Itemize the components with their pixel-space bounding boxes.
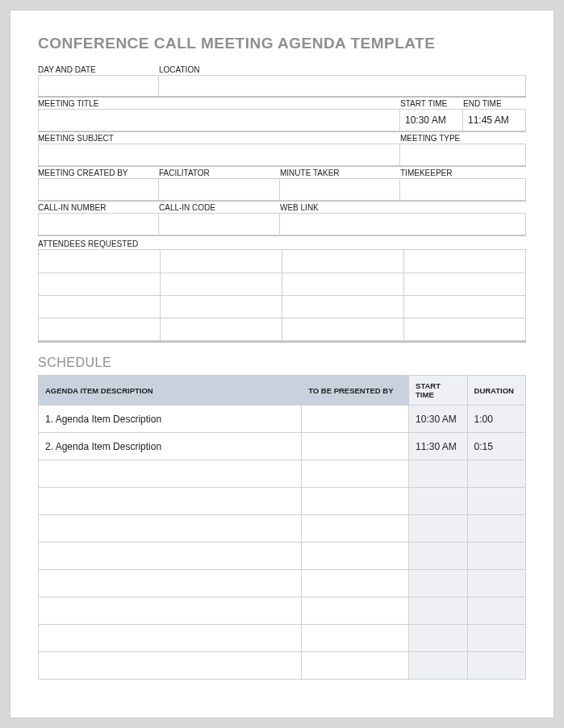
attendee-cell[interactable] [404, 250, 525, 272]
attendee-cell[interactable] [282, 318, 404, 340]
cell-presenter[interactable] [302, 488, 409, 515]
attendee-cell[interactable] [39, 295, 161, 318]
attendee-cell[interactable] [404, 272, 525, 295]
label-facilitator: FACILITATOR [159, 167, 280, 178]
table-row [39, 652, 526, 680]
cell-duration[interactable] [467, 543, 525, 570]
attendees-block: ATTENDEES REQUESTED [38, 238, 526, 343]
field-created-by[interactable] [38, 178, 159, 201]
attendee-cell[interactable] [161, 250, 282, 272]
label-meeting-type: MEETING TYPE [400, 132, 526, 144]
attendee-cell[interactable] [39, 272, 161, 295]
table-row [39, 460, 526, 488]
label-meeting-subject: MEETING SUBJECT [38, 132, 400, 144]
cell-presenter[interactable] [302, 406, 409, 433]
attendee-cell[interactable] [282, 272, 404, 295]
attendee-cell[interactable] [39, 318, 161, 340]
field-web-link[interactable] [280, 213, 526, 235]
cell-start[interactable] [409, 570, 467, 597]
attendee-cell[interactable] [161, 272, 282, 295]
label-start-time: START TIME [400, 98, 463, 109]
label-day-date: DAY AND DATE [38, 64, 159, 75]
cell-presenter[interactable] [302, 597, 409, 625]
field-facilitator[interactable] [159, 178, 280, 201]
field-meeting-title[interactable] [38, 109, 400, 131]
cell-start[interactable] [409, 488, 467, 515]
field-end-time[interactable]: 11:45 AM [463, 109, 526, 131]
cell-duration[interactable] [467, 570, 525, 597]
attendee-cell[interactable] [161, 318, 282, 340]
cell-duration[interactable]: 1:00 [467, 406, 525, 433]
label-location: LOCATION [159, 64, 526, 75]
table-row [39, 488, 526, 515]
cell-presenter[interactable] [302, 570, 409, 597]
page-title: CONFERENCE CALL MEETING AGENDA TEMPLATE [38, 35, 526, 52]
th-description: AGENDA ITEM DESCRIPTION [39, 376, 302, 406]
cell-description[interactable] [39, 625, 302, 652]
row-callin: CALL-IN NUMBER CALL-IN CODE WEB LINK [38, 202, 526, 235]
cell-start[interactable] [409, 652, 467, 680]
cell-presenter[interactable] [302, 625, 409, 652]
field-meeting-subject[interactable] [38, 144, 400, 166]
schedule-table: AGENDA ITEM DESCRIPTION TO BE PRESENTED … [38, 375, 526, 680]
cell-description[interactable]: 2. Agenda Item Description [39, 433, 302, 460]
label-attendees: ATTENDEES REQUESTED [38, 238, 526, 249]
cell-duration[interactable]: 0:15 [467, 433, 525, 460]
cell-presenter[interactable] [302, 543, 409, 570]
th-presenter: TO BE PRESENTED BY [302, 376, 409, 406]
attendees-grid [38, 249, 526, 341]
cell-presenter[interactable] [302, 652, 409, 680]
field-location[interactable] [159, 75, 526, 98]
cell-description[interactable] [39, 597, 302, 625]
field-minute-taker[interactable] [280, 178, 400, 201]
cell-start[interactable] [409, 543, 467, 570]
cell-start[interactable]: 10:30 AM [409, 406, 467, 433]
label-web-link: WEB LINK [280, 202, 526, 213]
cell-description[interactable] [39, 460, 302, 488]
field-callin-code[interactable] [159, 213, 280, 235]
cell-description[interactable]: 1. Agenda Item Description [39, 406, 302, 433]
attendee-cell[interactable] [404, 318, 525, 340]
cell-start[interactable] [409, 515, 467, 543]
document-page: CONFERENCE CALL MEETING AGENDA TEMPLATE … [10, 10, 554, 718]
attendee-cell[interactable] [404, 295, 525, 318]
cell-description[interactable] [39, 488, 302, 515]
label-minute-taker: MINUTE TAKER [280, 167, 400, 178]
label-meeting-title: MEETING TITLE [38, 98, 400, 109]
cell-duration[interactable] [467, 488, 525, 515]
field-meeting-type[interactable] [400, 144, 526, 166]
cell-start[interactable] [409, 597, 467, 625]
cell-presenter[interactable] [302, 460, 409, 488]
cell-duration[interactable] [467, 652, 525, 680]
attendee-cell[interactable] [282, 295, 404, 318]
cell-description[interactable] [39, 652, 302, 680]
field-callin-number[interactable] [38, 213, 159, 235]
label-end-time: END TIME [463, 98, 526, 109]
cell-presenter[interactable] [302, 515, 409, 543]
attendee-cell[interactable] [39, 250, 161, 272]
row-roles: MEETING CREATED BY FACILITATOR MINUTE TA… [38, 167, 526, 201]
attendee-cell[interactable] [161, 295, 282, 318]
table-row [39, 570, 526, 597]
cell-start[interactable] [409, 625, 467, 652]
th-duration: DURATION [467, 376, 525, 406]
cell-description[interactable] [39, 515, 302, 543]
schedule-title: SCHEDULE [38, 356, 526, 370]
field-day-date[interactable] [38, 75, 159, 98]
cell-duration[interactable] [467, 625, 525, 652]
cell-description[interactable] [39, 570, 302, 597]
field-start-time[interactable]: 10:30 AM [400, 109, 463, 131]
cell-start[interactable]: 11:30 AM [409, 433, 467, 460]
table-row [39, 625, 526, 652]
table-row: 1. Agenda Item Description10:30 AM1:00 [39, 406, 526, 433]
label-timekeeper: TIMEKEEPER [400, 167, 526, 178]
field-timekeeper[interactable] [400, 178, 526, 201]
cell-description[interactable] [39, 543, 302, 570]
cell-duration[interactable] [467, 597, 525, 625]
cell-presenter[interactable] [302, 433, 409, 460]
attendee-cell[interactable] [282, 250, 404, 272]
cell-duration[interactable] [467, 515, 525, 543]
table-row: 2. Agenda Item Description11:30 AM0:15 [39, 433, 526, 460]
cell-duration[interactable] [467, 460, 525, 488]
cell-start[interactable] [409, 460, 467, 488]
